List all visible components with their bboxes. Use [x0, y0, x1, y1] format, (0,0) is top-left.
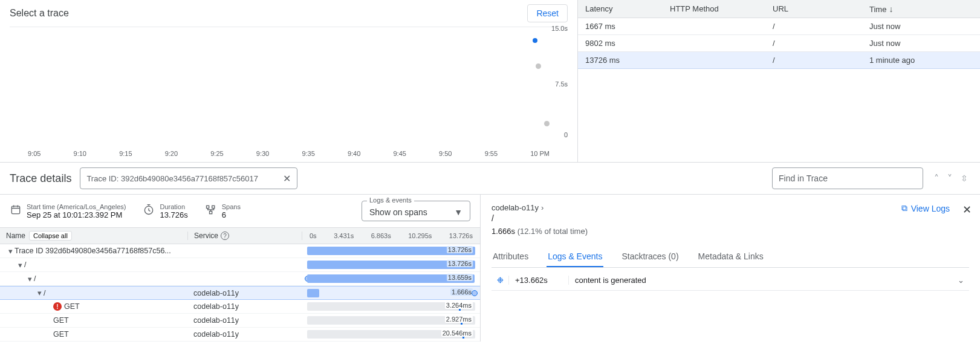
span-name: / — [34, 274, 36, 283]
reset-button[interactable]: Reset — [527, 4, 568, 22]
trace-meta-row: Start time (America/Los_Angeles) Sep 25 … — [0, 195, 480, 227]
meta-start-label: Start time (America/Los_Angeles) — [27, 203, 126, 210]
x-tick: 9:45 — [394, 150, 406, 157]
calendar-icon — [10, 204, 22, 219]
tab-attributes[interactable]: Attributes — [492, 247, 530, 267]
span-row[interactable]: ▾/13.659s — [0, 272, 480, 286]
span-row[interactable]: ▾/codelab-o11y1.666s — [0, 286, 480, 300]
span-bar[interactable]: 1.666s — [302, 288, 480, 299]
span-time: 1.666s — [492, 227, 515, 236]
col-time[interactable]: Time↓ — [869, 4, 973, 14]
trace-id-input[interactable]: Trace ID: 392d6b49080e3456a77168f857c560… — [80, 167, 297, 189]
table-row[interactable]: 9802 ms/Just now — [578, 35, 980, 52]
span-pct: (12.1% of total time) — [518, 227, 588, 236]
trace-details-bar: Trace details Trace ID: 392d6b49080e3456… — [0, 163, 980, 195]
span-name: / — [44, 289, 45, 297]
view-logs-label: View Logs — [911, 204, 950, 213]
collapse-all-button[interactable]: Collapse all — [29, 231, 72, 241]
span-bar[interactable]: 2.927ms — [302, 315, 480, 326]
tab-logs-events[interactable]: Logs & Events — [547, 247, 603, 267]
span-name: / — [24, 261, 26, 269]
span-row[interactable]: !GETcodelab-o11y3.264ms — [0, 300, 480, 314]
trace-table-header: Latency HTTP Method URL Time↓ — [578, 0, 980, 18]
chevron-down-icon[interactable]: ▾ — [16, 261, 24, 270]
span-bar[interactable]: 13.726s — [302, 245, 480, 256]
span-row[interactable]: GETcodelab-o11y20.546ms — [0, 328, 480, 342]
x-tick: 10 PM — [530, 150, 550, 157]
span-name: GET — [64, 302, 80, 311]
span-bar[interactable]: 13.726s — [302, 259, 480, 270]
x-tick: 9:50 — [439, 150, 452, 157]
help-icon[interactable]: ? — [221, 232, 229, 240]
log-entry[interactable]: ❉ +13.662s content is generated ⌄ — [492, 270, 969, 291]
span-service: codelab-o11y — [187, 330, 302, 339]
x-tick: 9:55 — [485, 150, 498, 157]
expand-icon[interactable]: ⇳ — [958, 171, 970, 186]
logs-events-dropdown[interactable]: Logs & events Show on spans ▼ — [362, 201, 470, 221]
tab-stacktraces[interactable]: Stacktraces (0) — [620, 247, 680, 267]
y-label-bot: 0 — [564, 131, 568, 138]
x-tick: 9:10 — [74, 150, 86, 157]
chevron-down-icon[interactable]: ▾ — [25, 274, 34, 284]
col-service-label: Service — [194, 232, 218, 240]
find-in-trace-input[interactable]: Find in Trace — [772, 167, 923, 189]
scatter-point[interactable] — [544, 121, 550, 126]
tick: 10.295s — [408, 232, 432, 239]
meta-start-value: Sep 25 at 10:01:23.392 PM — [27, 210, 122, 219]
find-placeholder: Find in Trace — [779, 173, 828, 183]
meta-duration-value: 13.726s — [160, 210, 187, 219]
find-next-icon[interactable]: ˅ — [945, 170, 955, 187]
span-bar[interactable]: 13.659s — [302, 273, 480, 284]
scatter-point-selected[interactable] — [533, 38, 537, 43]
span-row[interactable]: GETcodelab-o11y2.927ms — [0, 314, 480, 328]
span-row[interactable]: ▾Trace ID 392d6b49080e3456a77168f857c56.… — [0, 244, 480, 258]
x-tick: 9:05 — [28, 150, 41, 157]
table-row[interactable]: 13726 ms/1 minute ago — [578, 52, 980, 69]
span-service: codelab-o11y — [187, 289, 302, 297]
span-bar[interactable]: 20.546ms — [302, 329, 480, 340]
scatter-point[interactable] — [536, 63, 541, 69]
x-tick: 9:35 — [302, 150, 314, 157]
meta-duration: Duration 13.726s — [143, 203, 187, 219]
trace-id-value: Trace ID: 392d6b49080e3456a77168f857c560… — [86, 174, 258, 183]
span-row[interactable]: ▾/13.726s — [0, 258, 480, 272]
col-name-label: Name — [6, 232, 25, 240]
col-method[interactable]: HTTP Method — [670, 4, 773, 13]
log-message: content is generated — [569, 276, 953, 285]
close-panel-icon[interactable]: ✕ — [962, 203, 972, 216]
right-detail-panel: ⧉ View Logs ✕ codelab-o11y› / 1.666s (12… — [481, 195, 980, 342]
tick: 0s — [310, 232, 317, 239]
clear-trace-id-icon[interactable]: ✕ — [283, 173, 291, 184]
col-latency[interactable]: Latency — [585, 4, 670, 13]
trace-details-title: Trace details — [10, 172, 71, 185]
span-bar[interactable]: 3.264ms — [302, 301, 480, 312]
span-name: GET — [53, 330, 69, 339]
find-nav: ˄ ˅ ⇳ — [932, 170, 970, 187]
x-tick: 9:20 — [165, 150, 178, 157]
meta-duration-label: Duration — [160, 203, 187, 210]
view-logs-link[interactable]: ⧉ View Logs — [901, 203, 950, 213]
col-url[interactable]: URL — [773, 4, 869, 13]
trace-scatter-plot[interactable]: 15.0s 7.5s 0 — [10, 27, 568, 147]
table-row[interactable]: 1667 ms/Just now — [578, 18, 980, 35]
tick: 13.726s — [449, 232, 473, 239]
meta-spans: Spans 6 — [205, 203, 241, 219]
span-name: Trace ID 392d6b49080e3456a77168f857c56..… — [15, 247, 171, 255]
find-prev-icon[interactable]: ˄ — [932, 170, 941, 187]
y-label-top: 15.0s — [551, 25, 568, 32]
breadcrumb: codelab-o11y› — [492, 203, 969, 212]
logs-dd-label: Logs & events — [367, 196, 414, 204]
tab-metadata[interactable]: Metadata & Links — [697, 247, 765, 267]
chevron-down-icon[interactable]: ▾ — [35, 288, 44, 297]
span-header: Name Collapse all Service ? 0s 3.431s 6.… — [0, 227, 480, 244]
chevron-down-icon[interactable]: ▾ — [6, 247, 15, 256]
expand-log-icon[interactable]: ⌄ — [953, 276, 969, 285]
detail-tabs: Attributes Logs & Events Stacktraces (0)… — [492, 247, 969, 268]
span-service: codelab-o11y — [187, 316, 302, 325]
span-name: GET — [53, 316, 69, 325]
crumb-service[interactable]: codelab-o11y — [492, 203, 539, 212]
x-axis: 9:05 9:10 9:15 9:20 9:25 9:30 9:35 9:40 … — [10, 147, 568, 162]
y-label-mid: 7.5s — [555, 80, 568, 88]
svg-rect-0 — [11, 206, 19, 214]
top-panel: Select a trace Reset 15.0s 7.5s 0 9:05 9… — [0, 0, 980, 163]
